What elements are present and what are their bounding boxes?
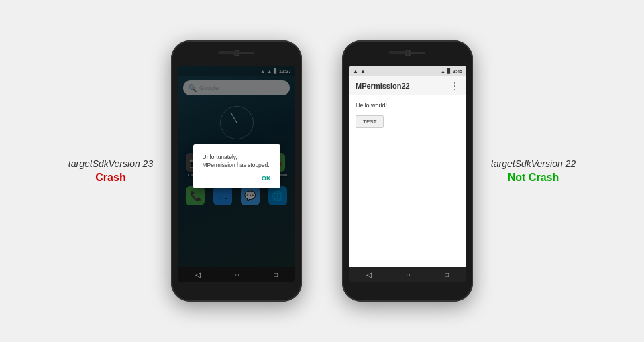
back-button-right[interactable]: ◁ [366, 271, 372, 278]
recent-button-left[interactable]: □ [274, 271, 278, 278]
left-version-label: targetSdkVersion 23 [64, 158, 158, 169]
overflow-menu-icon[interactable]: ⋮ [450, 81, 460, 91]
left-phone-screen: ▲ ▲ ▊ 12:37 🔍 Google [178, 66, 295, 282]
hello-world-text: Hello world! [356, 102, 460, 109]
main-scene: targetSdkVersion 23 Crash ▲ ▲ ▊ 12:37 [0, 0, 644, 342]
right-status-label: Not Crash [486, 172, 580, 184]
homescreen: ▲ ▲ ▊ 12:37 🔍 Google [178, 66, 295, 267]
test-button[interactable]: TEST [356, 115, 384, 128]
nav-bar-left: ◁ ○ □ [178, 267, 295, 282]
ok-button[interactable]: OK [262, 175, 271, 182]
phone-speaker-left [235, 52, 254, 54]
right-phone: ▲ ▲ ▲ ▊ 3:45 MPermission22 ⋮ [342, 40, 473, 302]
right-label-area: targetSdkVersion 22 Not Crash [486, 158, 580, 184]
left-label-area: targetSdkVersion 23 Crash [64, 158, 158, 184]
warn-icon: ▲ [353, 68, 358, 74]
crash-dialog-overlay: Unfortunately, MPermission has stopped. … [178, 66, 295, 267]
right-phone-section: ▲ ▲ ▲ ▊ 3:45 MPermission22 ⋮ [342, 40, 580, 302]
app-toolbar: MPermission22 ⋮ [349, 76, 466, 95]
crash-dialog-message: Unfortunately, MPermission has stopped. [203, 154, 271, 170]
left-phone: ▲ ▲ ▊ 12:37 🔍 Google [171, 40, 302, 302]
status-time-right: 3:45 [453, 69, 462, 74]
left-phone-section: targetSdkVersion 23 Crash ▲ ▲ ▊ 12:37 [64, 40, 302, 302]
status-right-icons: ▲ ▊ 3:45 [441, 68, 462, 74]
app-title: MPermission22 [356, 82, 410, 90]
battery-icon-right: ▊ [447, 68, 451, 74]
home-button-right[interactable]: ○ [406, 271, 410, 278]
left-status-label: Crash [64, 172, 158, 184]
right-version-label: targetSdkVersion 22 [486, 158, 580, 169]
back-button-left[interactable]: ◁ [195, 271, 201, 278]
nav-bar-right: ◁ ○ □ [349, 267, 466, 282]
status-left-icons: ▲ ▲ [353, 68, 366, 74]
phone-speaker-right [407, 52, 425, 54]
signal-icon-right: ▲ [441, 69, 445, 74]
status-bar-app: ▲ ▲ ▲ ▊ 3:45 [349, 66, 466, 76]
home-button-left[interactable]: ○ [235, 271, 239, 278]
right-phone-screen: ▲ ▲ ▲ ▊ 3:45 MPermission22 ⋮ [349, 66, 466, 282]
crash-dialog: Unfortunately, MPermission has stopped. … [193, 144, 280, 188]
crash-dialog-button-row: OK [203, 175, 271, 182]
appscreen: ▲ ▲ ▲ ▊ 3:45 MPermission22 ⋮ [349, 66, 466, 267]
recent-button-right[interactable]: □ [445, 271, 449, 278]
app-content: Hello world! TEST [349, 95, 466, 267]
location-icon: ▲ [360, 68, 366, 74]
